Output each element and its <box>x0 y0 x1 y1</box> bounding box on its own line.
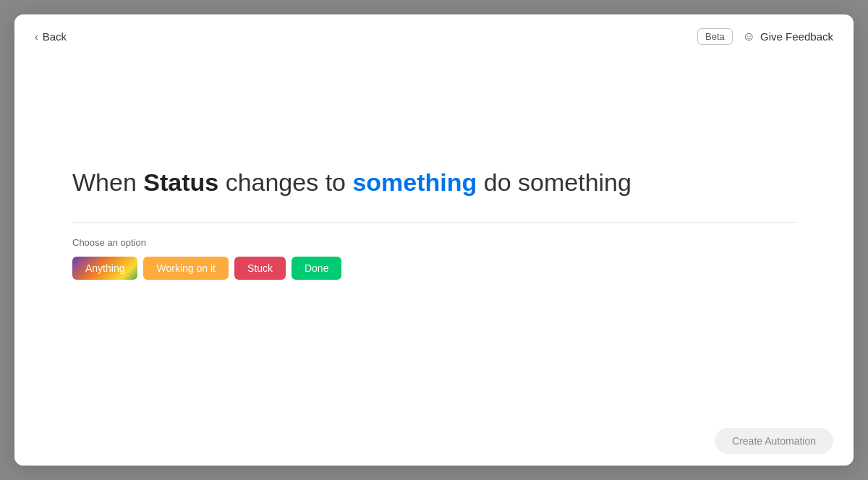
give-feedback-label: Give Feedback <box>760 30 833 43</box>
back-chevron-icon: ‹ <box>35 31 38 43</box>
beta-badge: Beta <box>697 28 733 45</box>
main-content: When Status changes to something do some… <box>14 59 854 416</box>
headline: When Status changes to something do some… <box>72 166 796 198</box>
headline-part2: changes to <box>218 168 352 196</box>
main-window: ‹ Back Beta ☺ Give Feedback When Status … <box>14 14 854 466</box>
option-stuck-label: Stuck <box>247 262 273 274</box>
options-row: Anything Working on it Stuck Done <box>72 257 796 280</box>
divider <box>72 222 796 223</box>
headline-part3: do something <box>477 168 631 196</box>
choose-label: Choose an option <box>72 237 796 248</box>
create-automation-button[interactable]: Create Automation <box>715 428 833 454</box>
option-anything-label: Anything <box>85 262 124 274</box>
headline-part1: When <box>72 168 143 196</box>
option-working-on-it-button[interactable]: Working on it <box>143 257 228 280</box>
option-working-on-it-label: Working on it <box>156 262 215 274</box>
back-label: Back <box>43 30 67 43</box>
option-done-label: Done <box>305 262 328 274</box>
option-stuck-button[interactable]: Stuck <box>234 257 286 280</box>
footer: Create Automation <box>14 416 854 466</box>
give-feedback-button[interactable]: ☺ Give Feedback <box>743 30 833 44</box>
option-anything-button[interactable]: Anything <box>72 257 137 280</box>
header: ‹ Back Beta ☺ Give Feedback <box>14 14 854 59</box>
create-automation-label: Create Automation <box>732 435 816 447</box>
headline-blue: something <box>352 168 477 196</box>
header-right: Beta ☺ Give Feedback <box>697 28 833 45</box>
option-done-button[interactable]: Done <box>292 257 341 280</box>
headline-bold: Status <box>143 168 218 196</box>
back-button[interactable]: ‹ Back <box>35 27 67 46</box>
smiley-icon: ☺ <box>743 30 755 44</box>
